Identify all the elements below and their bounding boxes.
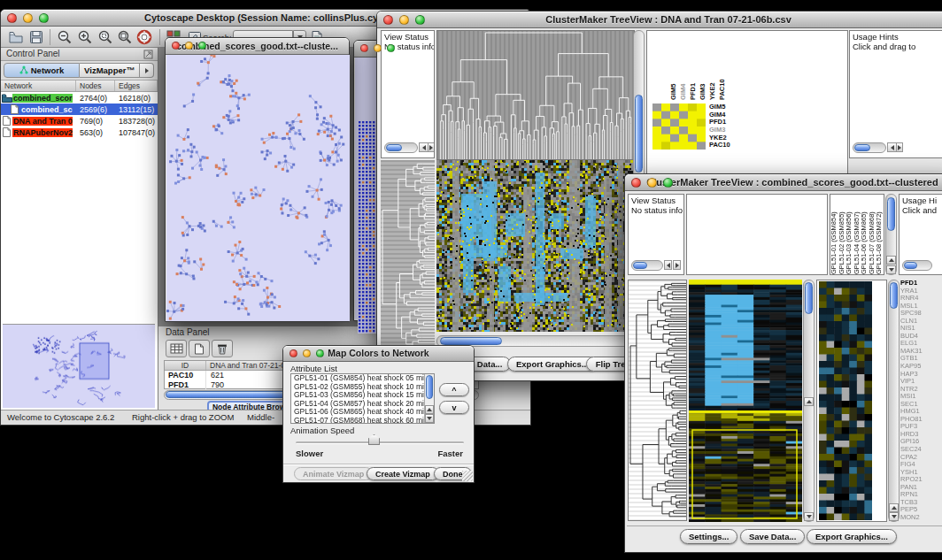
- scroll-up-button[interactable]: [804, 397, 814, 406]
- animate-vizmap-button[interactable]: Animate Vizmap: [294, 467, 373, 480]
- scroll-up-button[interactable]: [425, 405, 434, 414]
- scroll-thumb[interactable]: [633, 262, 647, 269]
- scroll-thumb[interactable]: [386, 144, 402, 151]
- tab-vizmapper[interactable]: VizMapper™: [80, 63, 140, 78]
- scroll-thumb[interactable]: [854, 144, 870, 151]
- zoom-button[interactable]: [663, 178, 673, 188]
- scroll-thumb[interactable]: [426, 375, 433, 399]
- close-button[interactable]: [290, 349, 297, 357]
- resize-grip[interactable]: [462, 471, 473, 481]
- close-button[interactable]: [631, 178, 641, 188]
- zoom-button[interactable]: [387, 44, 395, 52]
- close-button[interactable]: [360, 44, 368, 52]
- tv1-titlebar[interactable]: ClusterMaker TreeView : DNA and Tran 07-…: [377, 12, 942, 28]
- scroll-down-button[interactable]: [886, 265, 896, 274]
- new-attribute-icon[interactable]: [189, 340, 210, 357]
- network-row[interactable]: combined_sco2569(6)13112(15): [1, 104, 158, 115]
- gene-label[interactable]: MON2: [900, 514, 942, 522]
- close-button[interactable]: [383, 15, 393, 25]
- create-vizmap-button[interactable]: Create Vizmap: [367, 467, 439, 480]
- zoom-column-label: GIM4: [680, 36, 690, 100]
- tv2-titlebar[interactable]: ClusterMaker TreeView : combined_scores_…: [625, 174, 942, 191]
- main-heatmap[interactable]: [689, 280, 802, 522]
- scroll-thumb[interactable]: [904, 262, 917, 269]
- minimize-button[interactable]: [303, 349, 311, 357]
- node-id: PAC10: [165, 371, 206, 380]
- scroll-thumb[interactable]: [890, 282, 898, 309]
- close-button[interactable]: [172, 42, 180, 50]
- column-header-id[interactable]: ID: [165, 361, 206, 370]
- tv1-export-graphics-button[interactable]: Export Graphics...: [507, 357, 598, 372]
- slider-thumb[interactable]: [368, 434, 380, 445]
- zoom-button[interactable]: [39, 13, 49, 23]
- tv2-zoom-vscrollbar[interactable]: [888, 280, 900, 522]
- main-heatmap[interactable]: [436, 160, 633, 332]
- open-icon[interactable]: [8, 29, 24, 45]
- zoom-heatmap[interactable]: [819, 281, 872, 520]
- control-panel-title: Control Panel: [6, 49, 60, 58]
- attribute-list[interactable]: GPL51-01 (GSM854) heat shock 05 minGPL51…: [290, 373, 435, 424]
- scroll-thumb[interactable]: [805, 282, 813, 314]
- zoom-button[interactable]: [198, 42, 206, 50]
- dialog-titlebar[interactable]: Map Colors to Network: [283, 346, 474, 362]
- scroll-down-button[interactable]: [889, 512, 899, 521]
- minimize-button[interactable]: [647, 178, 657, 188]
- zoom-heatmap-yellow[interactable]: [652, 104, 706, 150]
- delete-attribute-icon[interactable]: [212, 340, 233, 357]
- network-row[interactable]: DNA and Tran 07769(0)183728(0): [1, 115, 158, 127]
- help-lifering-icon[interactable]: [136, 29, 152, 45]
- scroll-thumb[interactable]: [440, 337, 502, 345]
- netwin1-titlebar[interactable]: combined_scores_good.txt--cluste...: [166, 38, 349, 55]
- animation-speed-slider[interactable]: [296, 441, 464, 444]
- network-row[interactable]: RNAPuberNov2+563(0)107847(0): [1, 127, 158, 138]
- minimize-button[interactable]: [23, 13, 33, 23]
- network-overview-panel[interactable]: [3, 324, 155, 408]
- attribute-list-item[interactable]: GPL51-07 (GSM868) heat shock 60 min: [291, 417, 434, 424]
- move-up-button[interactable]: ^: [439, 383, 469, 396]
- network-table-body: combined_scores2764(0)16218(0)combined_s…: [1, 92, 158, 138]
- tv2-settings-button[interactable]: Settings...: [680, 529, 737, 544]
- minimize-button[interactable]: [185, 42, 193, 50]
- tab-overflow-button[interactable]: [140, 63, 154, 78]
- network-canvas[interactable]: [166, 55, 350, 321]
- column-header-network[interactable]: Network: [1, 81, 76, 91]
- button-row-divider: [627, 525, 942, 526]
- scroll-thumb[interactable]: [887, 197, 895, 231]
- minimize-button[interactable]: [399, 15, 409, 25]
- scroll-down-button[interactable]: [425, 414, 434, 423]
- scroll-up-button[interactable]: [886, 256, 896, 265]
- attribute-list-scrollbar[interactable]: [424, 374, 434, 423]
- scroll-thumb[interactable]: [635, 95, 643, 173]
- minimize-button[interactable]: [374, 44, 382, 52]
- close-button[interactable]: [7, 13, 17, 23]
- usage-hints-text: Click and drag to: [850, 42, 942, 52]
- scroll-left-button[interactable]: [664, 260, 672, 270]
- move-down-button[interactable]: v: [439, 401, 469, 414]
- row-dendrogram[interactable]: [629, 280, 686, 520]
- table-mode-icon[interactable]: [166, 340, 187, 357]
- column-dendrogram[interactable]: [436, 30, 635, 160]
- zoom-button[interactable]: [415, 15, 425, 25]
- zoom-out-icon[interactable]: [57, 29, 73, 45]
- tab-network[interactable]: Network: [4, 63, 80, 78]
- scroll-right-button[interactable]: [673, 260, 681, 270]
- zoom-in-icon[interactable]: [77, 29, 93, 45]
- scroll-down-button[interactable]: [804, 512, 814, 521]
- status-zoom-hint: Right-click + drag to ZOOM: [132, 412, 234, 422]
- row-dendrogram[interactable]: [381, 160, 435, 351]
- network-name: combined_scores: [12, 94, 73, 103]
- column-header-edges[interactable]: Edges: [115, 81, 158, 91]
- tv2-column-tree-area[interactable]: [686, 194, 828, 275]
- scroll-up-button[interactable]: [889, 503, 899, 512]
- zoom-button[interactable]: [316, 349, 324, 357]
- network-row[interactable]: combined_scores2764(0)16218(0): [1, 92, 158, 104]
- scroll-right-button[interactable]: [896, 142, 903, 152]
- tv2-save-data-button[interactable]: Save Data...: [740, 529, 805, 544]
- column-header-nodes[interactable]: Nodes: [76, 81, 115, 91]
- zoom-fit-icon[interactable]: [117, 29, 133, 45]
- float-panel-icon[interactable]: [143, 50, 153, 61]
- scroll-right-button[interactable]: [428, 142, 435, 152]
- save-icon[interactable]: [28, 29, 44, 45]
- zoom-selected-icon[interactable]: [97, 29, 113, 45]
- tv2-export-graphics-button[interactable]: Export Graphics...: [807, 529, 897, 544]
